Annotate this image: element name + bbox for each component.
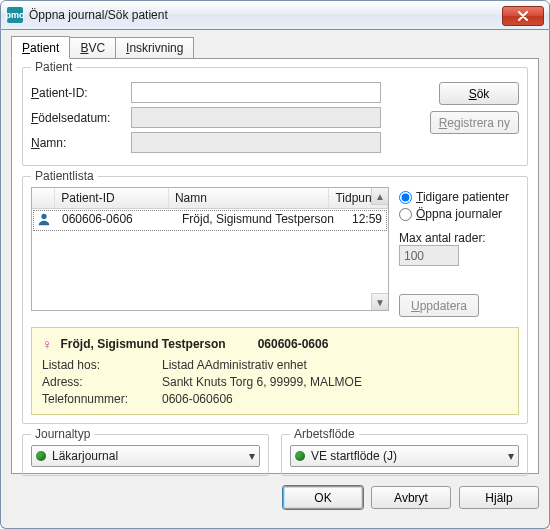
status-dot-icon (295, 451, 305, 461)
search-button[interactable]: Sök (439, 82, 519, 105)
combo-journaltyp[interactable]: Läkarjournal ▾ (31, 445, 260, 467)
close-icon (518, 11, 528, 21)
group-arbetsflode: Arbetsflöde VE startflöde (J) ▾ (281, 434, 528, 476)
label-name: Namn: (31, 136, 131, 150)
combo-arbetsflode[interactable]: VE startflöde (J) ▾ (290, 445, 519, 467)
input-birthdate (131, 107, 381, 128)
update-button: Uppdatera (399, 294, 479, 317)
cell-name: Fröjd, Sigismund Testperson (176, 209, 346, 232)
register-new-button: Registrera ny (430, 111, 519, 134)
chevron-down-icon: ▾ (249, 449, 255, 463)
scroll-up-button[interactable]: ▲ (371, 188, 388, 205)
tab-inskrivning[interactable]: Inskrivning (115, 37, 194, 58)
label-birthdate: Födelsedatum: (31, 111, 131, 125)
list-row[interactable]: 060606-0606 Fröjd, Sigismund Testperson … (32, 209, 388, 232)
label-patient-id: Patient-ID: (31, 86, 131, 100)
list-header: Patient-ID Namn Tidpunkt (32, 188, 388, 209)
patient-detail-panel: ♀ Fröjd, Sigismund Testperson 060606-060… (31, 327, 519, 415)
cell-time: 12:59 (346, 209, 388, 232)
list-side-controls: Tidigare patienter Öppna journaler Max a… (399, 187, 519, 317)
dialog-footer: OK Avbryt Hjälp (11, 486, 539, 509)
radio-open-journals[interactable]: Öppna journaler (399, 207, 519, 221)
window-title: Öppna journal/Sök patient (29, 8, 168, 22)
value-telefon: 0606-060606 (162, 392, 508, 406)
help-button[interactable]: Hjälp (459, 486, 539, 509)
radio-previous-patients[interactable]: Tidigare patienter (399, 190, 519, 204)
radio-open-journals-input[interactable] (399, 208, 412, 221)
group-journaltyp: Journaltyp Läkarjournal ▾ (22, 434, 269, 476)
radio-previous-patients-input[interactable] (399, 191, 412, 204)
combo-arbetsflode-value: VE startflöde (J) (311, 449, 397, 463)
label-telefon: Telefonnummer: (42, 392, 162, 406)
patient-list[interactable]: Patient-ID Namn Tidpunkt 060606-0606 Frö… (31, 187, 389, 311)
group-patientlist: Patientlista Patient-ID Namn Tidpunkt (22, 176, 528, 424)
label-maxrows: Max antal rader: (399, 231, 519, 245)
window-body: Patient BVC Inskrivning Patient Patient-… (0, 30, 550, 529)
col-name[interactable]: Namn (169, 188, 330, 208)
app-icon: pmo (7, 7, 23, 23)
label-adress: Adress: (42, 375, 162, 389)
person-icon (37, 212, 51, 229)
value-adress: Sankt Knuts Torg 6, 99999, MALMOE (162, 375, 508, 389)
cancel-button[interactable]: Avbryt (371, 486, 451, 509)
group-arbetsflode-legend: Arbetsflöde (290, 427, 359, 441)
ok-button[interactable]: OK (283, 486, 363, 509)
tab-patient[interactable]: Patient (11, 36, 70, 59)
tab-bvc[interactable]: BVC (69, 37, 116, 58)
detail-name: Fröjd, Sigismund Testperson (61, 337, 226, 351)
input-maxrows[interactable] (399, 245, 459, 266)
svg-point-0 (41, 214, 46, 219)
input-patient-id[interactable] (131, 82, 381, 103)
window-close-button[interactable] (502, 6, 544, 26)
tab-patient-rest: atient (30, 41, 59, 55)
detail-pid: 060606-0606 (258, 337, 329, 351)
status-dot-icon (36, 451, 46, 461)
col-patient-id[interactable]: Patient-ID (55, 188, 169, 208)
gender-female-icon: ♀ (42, 336, 53, 352)
group-journaltyp-legend: Journaltyp (31, 427, 94, 441)
tabstrip: Patient BVC Inskrivning (11, 36, 539, 58)
group-patient-legend: Patient (31, 60, 76, 74)
group-patientlist-legend: Patientlista (31, 169, 98, 183)
label-listad: Listad hos: (42, 358, 162, 372)
tab-panel-patient: Patient Patient-ID: Födelsedatum: Namn: … (11, 58, 539, 474)
value-listad: Listad AAdministrativ enhet (162, 358, 508, 372)
scroll-down-button[interactable]: ▼ (371, 293, 388, 310)
input-name (131, 132, 381, 153)
group-patient: Patient Patient-ID: Födelsedatum: Namn: … (22, 67, 528, 166)
cell-patient-id: 060606-0606 (56, 209, 176, 232)
chevron-down-icon: ▾ (508, 449, 514, 463)
combo-journaltyp-value: Läkarjournal (52, 449, 118, 463)
titlebar: pmo Öppna journal/Sök patient (0, 0, 550, 30)
